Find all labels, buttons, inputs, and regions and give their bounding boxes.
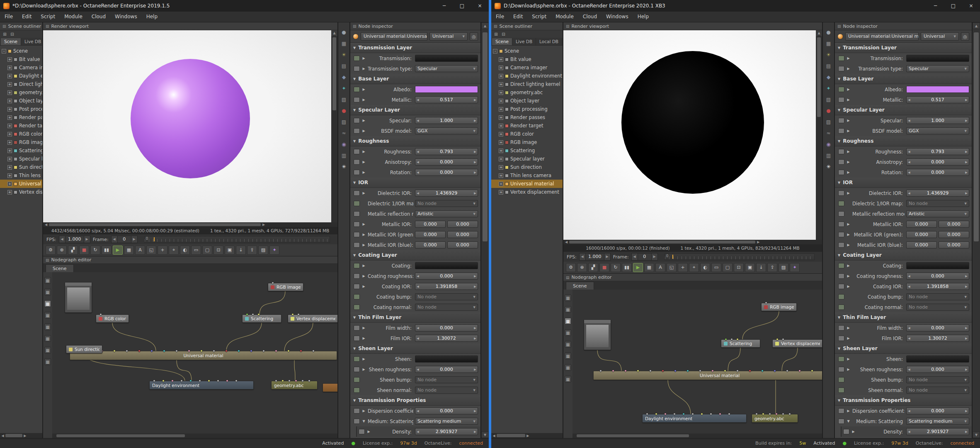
scroll-right-icon[interactable]: ▶ [755, 240, 761, 244]
scrollbar-thumb[interactable] [569, 241, 755, 243]
nodegraph-title-bar[interactable]: ▤ Nodegraph editor [43, 256, 337, 264]
clipped-node[interactable] [323, 383, 337, 392]
increment-icon[interactable]: ▶ [964, 430, 969, 433]
value-slider[interactable]: ◀ 0.793 ▶ [906, 148, 969, 155]
section-header[interactable]: ▼ Sheen Layer [835, 343, 972, 354]
lock-resolution-icon[interactable]: ⊡ [734, 263, 744, 272]
value-x[interactable]: 0.000 [415, 231, 446, 238]
geometry-category-icon[interactable]: ◆ [827, 75, 830, 80]
node-pin[interactable] [701, 413, 703, 415]
row-expander-icon[interactable]: ▶ [361, 274, 366, 278]
node-pin[interactable] [213, 350, 215, 352]
node-pin[interactable] [99, 313, 102, 316]
tree-expander-icon[interactable]: + [499, 57, 503, 62]
decrement-icon[interactable]: ◀ [415, 275, 420, 278]
medium-category-icon[interactable]: ▧ [342, 97, 346, 102]
increment-icon[interactable]: ▶ [964, 285, 969, 288]
scroll-left-icon[interactable]: ◀ [563, 240, 569, 244]
node-pin[interactable] [297, 313, 300, 316]
dropdown-select[interactable]: Artistic ▼ [906, 210, 969, 217]
value-slider[interactable]: ◀ 2.901927 ▶ [906, 428, 969, 435]
row-expander-icon[interactable]: ▶ [361, 409, 366, 413]
increment-icon[interactable]: ▶ [473, 430, 478, 433]
film-region-icon[interactable]: ▢ [202, 246, 212, 255]
section-header[interactable]: ▼ Roughness [835, 136, 972, 146]
tree-item[interactable]: + RGB color [491, 130, 563, 138]
row-expander-icon[interactable]: ▶ [366, 430, 371, 433]
value-slider[interactable]: ◀ 2.901927 ▶ [415, 428, 478, 435]
menu-item[interactable]: Help [633, 12, 653, 22]
dual-value-input[interactable]: 0.000 0.000 [415, 241, 478, 248]
frame-stepper[interactable]: ◀ 0 ▶ [631, 253, 658, 261]
row-expander-icon[interactable]: ▶ [846, 336, 851, 340]
node-slot-icon[interactable] [354, 87, 360, 92]
collapse-icon[interactable]: ▼ [353, 181, 356, 185]
tree-item[interactable]: + Post processing [0, 105, 42, 113]
menu-item[interactable]: Edit [17, 12, 36, 22]
node-slot-icon[interactable] [838, 149, 844, 154]
section-header[interactable]: ▼ IOR [835, 178, 972, 188]
node-pin[interactable] [761, 370, 764, 372]
section-header[interactable]: ▼ Base Layer [350, 74, 480, 84]
render-settings-category-icon[interactable]: ▨ [826, 119, 831, 125]
node-pin[interactable] [664, 413, 667, 415]
row-expander-icon[interactable]: ▶ [846, 368, 851, 371]
section-header[interactable]: ▼ Coating Layer [350, 250, 480, 261]
node-pin[interactable] [171, 380, 174, 382]
node-slot-icon[interactable] [838, 190, 844, 196]
viewport-hscrollbar[interactable]: ◀ ▶ [563, 240, 822, 244]
row-expander-icon[interactable]: ▶ [846, 88, 851, 91]
node-slot-icon[interactable] [354, 263, 360, 268]
increment-icon[interactable]: ▶ [964, 119, 969, 122]
row-expander-icon[interactable]: ▶ [846, 56, 851, 60]
node-input-select[interactable]: No node ▼ [415, 293, 478, 300]
outliner-hscrollbar[interactable]: ◀ ▶ [0, 433, 42, 438]
value-slider[interactable]: ◀ 0.000 ▶ [906, 158, 969, 166]
row-expander-icon[interactable]: ▶ [361, 222, 366, 226]
ng-materials-category-icon[interactable]: ▦ [44, 277, 51, 284]
node-preview-icon[interactable]: ◎ [961, 32, 969, 41]
increment-icon[interactable]: ▶ [473, 171, 478, 174]
rgb-image-node[interactable]: RGB image [761, 303, 797, 311]
tree-item[interactable]: + Object layer [0, 97, 42, 105]
increment-icon[interactable]: ▶ [964, 98, 969, 102]
node-slot-icon[interactable] [838, 242, 844, 248]
increment-icon[interactable]: ▶ [964, 275, 969, 278]
value-y[interactable]: 0.000 [447, 221, 478, 228]
node-pin[interactable] [235, 380, 238, 382]
titlebar[interactable]: D:\Download\sphere.orbx - OctaneRender E… [491, 0, 980, 12]
viewport-vscrollbar[interactable]: ▲ [816, 30, 822, 240]
ng-environments-category-icon[interactable]: ▦ [44, 347, 51, 353]
row-expander-icon[interactable]: ▶ [846, 264, 851, 268]
geometry-abc-node[interactable]: geometry.abc [752, 414, 798, 423]
section-header[interactable]: ▼ Sheen Layer [350, 343, 480, 354]
scripts-category-icon[interactable]: ▥ [342, 153, 346, 158]
node-slot-icon[interactable] [838, 97, 844, 102]
restart-render-icon[interactable]: ↻ [90, 246, 100, 255]
white-balance-picker-icon[interactable]: ◐ [700, 263, 710, 272]
collapse-icon[interactable]: ▼ [353, 77, 356, 81]
tree-item[interactable]: + Render target [491, 122, 563, 130]
value-x[interactable]: 0.000 [906, 221, 937, 228]
octane-live-icon[interactable]: ✳ [342, 164, 346, 170]
focus-picker-icon[interactable]: ⌖ [689, 263, 699, 272]
decrement-icon[interactable]: ◀ [415, 171, 420, 174]
scroll-down-icon[interactable]: ▼ [481, 431, 489, 438]
scroll-left-icon[interactable]: ◀ [43, 223, 49, 226]
node-slot-icon[interactable] [838, 222, 844, 227]
tree-expander-icon[interactable]: + [499, 107, 503, 112]
ng-environments-category-icon[interactable]: ▦ [565, 364, 571, 371]
decrement-icon[interactable]: ◀ [907, 171, 912, 174]
tree-item[interactable]: + RGB image [0, 138, 42, 146]
row-expander-icon[interactable]: ▶ [846, 357, 851, 361]
displacement-category-icon[interactable]: ▦ [826, 41, 831, 46]
geometry-abc-node[interactable]: geometry.abc [271, 381, 318, 390]
scrollbar-thumb[interactable] [332, 37, 336, 110]
tree-expander-icon[interactable]: + [499, 132, 503, 136]
menu-item[interactable]: Cloud [87, 12, 110, 22]
node-pin[interactable] [674, 370, 677, 372]
tree-item[interactable]: + Sun direction [491, 163, 563, 171]
node-pin[interactable] [728, 413, 730, 415]
frame-increment-icon[interactable]: ▶ [131, 236, 137, 243]
stop-render-icon[interactable]: ■ [79, 246, 89, 255]
